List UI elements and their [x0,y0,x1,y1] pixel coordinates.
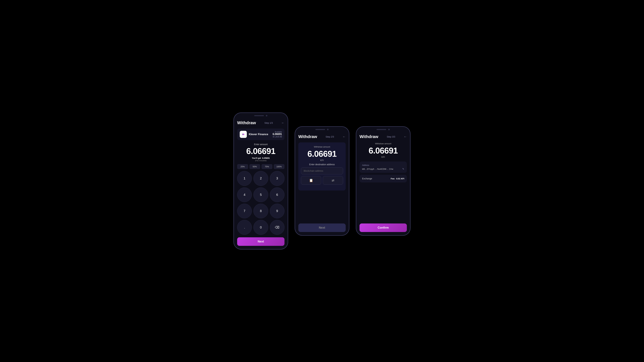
page-title-2: Withdraw [298,134,317,139]
notch-bar-2 [295,127,349,132]
percent-75-btn[interactable]: 75% [262,164,272,169]
step-indicator-1: Step 1/3 [264,122,273,124]
available-amount: 6.06691 [272,133,282,136]
step3-amount-section: Withdraw amount 6.06691 KFI [360,142,407,158]
youll-get-row: You'll get 6.05691 [237,157,284,159]
asset-name: Klever Finance [249,133,268,136]
numpad-backspace[interactable]: ⌫ [270,220,284,235]
address-value: kt6…DYcpyf› …%o4CDW… ΞVw [362,168,393,170]
dest-address-label: Enter destination address [301,163,343,166]
fee-info: Fee: 0.01 KFI [391,177,404,180]
asset-left: Klever Finance [240,131,268,138]
fee-label: Fee: [391,177,395,180]
exchange-details-card: Exchange Fee: 0.01 KFI [360,175,407,182]
header-3: Withdraw Step 3/3 ← [360,134,407,139]
numpad: 1 2 3 4 5 6 7 8 9 . 0 ⌫ [237,171,284,235]
fee-value: 0.01 KFI [396,177,404,180]
header-1: Withdraw Step 1/3 ← [237,120,284,125]
percent-50-btn[interactable]: 50% [250,164,260,169]
header-2: Withdraw Step 2/3 ← [298,134,346,139]
paste-button[interactable]: 📋 [301,176,321,185]
percent-100-btn[interactable]: 100% [274,164,285,169]
exchange-label: Exchange [362,177,372,180]
address-details-card: Address kt6…DYcpyf› …%o4CDW… ΞVw ✎ [360,162,407,173]
numpad-dot[interactable]: . [237,220,252,235]
notch-pill-1 [254,115,264,116]
numpad-9[interactable]: 9 [270,204,284,218]
youll-get-value: 6.05691 [262,157,270,159]
available-usd: $ 1,819.48 [272,136,282,138]
numpad-4[interactable]: 4 [237,187,252,202]
qr-icon: ⇄ [332,178,334,182]
notch-dot-1 [266,115,268,116]
numpad-0[interactable]: 0 [254,220,268,235]
amount-display-3: 6.06691 [360,146,407,155]
withdraw-amount-label-3: Withdraw amount [360,142,407,145]
phone3-content: Withdraw Step 3/3 ← Withdraw amount 6.06… [356,132,410,235]
withdraw-amount-label-2: Withdraw amount [301,146,343,148]
address-display: kt6…DYcpyf› …%o4CDW… ΞVw ✎ [362,168,404,170]
numpad-3[interactable]: 3 [270,171,284,186]
percent-row: 25% 50% 75% 100% [237,164,284,169]
back-button-1[interactable]: ← [281,121,284,125]
youll-get-label: You'll get [252,157,261,159]
confirm-button[interactable]: Confirm [360,224,407,232]
numpad-6[interactable]: 6 [270,187,284,202]
numpad-1[interactable]: 1 [237,171,252,186]
address-card-label: Address [362,164,404,166]
page-title-1: Withdraw [237,120,256,125]
back-button-2[interactable]: ← [342,135,346,138]
amount-display-2: 6.06691 [301,149,343,159]
action-btns-row: 📋 ⇄ [301,176,343,185]
asset-card: Klever Finance Available 6.06691 $ 1,819… [237,129,284,140]
notch-dot-3 [388,129,390,130]
address-input[interactable] [304,170,340,172]
numpad-2[interactable]: 2 [254,171,268,186]
notch-pill-2 [316,129,325,130]
phones-container: Withdraw Step 1/3 ← Klever Finance [234,112,410,249]
exchange-row: Exchange Fee: 0.01 KFI [362,177,404,180]
fee-note: (Fee Included) [237,160,284,162]
notch-bar-1 [234,113,288,118]
qr-scan-button[interactable]: ⇄ [323,176,343,185]
page-title-3: Withdraw [360,134,378,139]
next-button-2[interactable]: Next [298,224,346,232]
numpad-7[interactable]: 7 [237,204,252,218]
phone-step1: Withdraw Step 1/3 ← Klever Finance [234,112,288,249]
percent-25-btn[interactable]: 25% [237,164,248,169]
address-input-wrapper [301,167,343,174]
paste-icon: 📋 [309,178,313,182]
edit-address-icon[interactable]: ✎ [402,168,404,170]
phone-step3: Withdraw Step 3/3 ← Withdraw amount 6.06… [356,126,410,236]
available-label: Available [272,131,282,133]
back-button-3[interactable]: ← [404,135,407,138]
notch-dot-2 [327,129,328,130]
numpad-5[interactable]: 5 [254,187,268,202]
asset-right: Available 6.06691 $ 1,819.48 [272,131,282,138]
numpad-8[interactable]: 8 [254,204,268,218]
enter-amount-label: Enter amount [237,143,284,146]
step-indicator-3: Step 3/3 [387,135,395,138]
notch-pill-3 [376,129,386,130]
phone2-content: Withdraw Step 2/3 ← Withdraw amount 6.06… [295,132,349,235]
next-button-1[interactable]: Next [237,237,284,246]
amount-display-1: 6.06691 [237,146,284,156]
phone-step2: Withdraw Step 2/3 ← Withdraw amount 6.06… [295,126,349,236]
asset-logo [240,131,247,138]
token-label-3: KFI [360,156,407,158]
step2-amount-card: Withdraw amount 6.06691 KFI Enter destin… [298,142,346,190]
notch-bar-3 [356,127,410,132]
step-indicator-2: Step 2/3 [326,135,334,138]
token-label-2: KFI [301,159,343,162]
phone1-content: Withdraw Step 1/3 ← Klever Finance [234,118,288,249]
